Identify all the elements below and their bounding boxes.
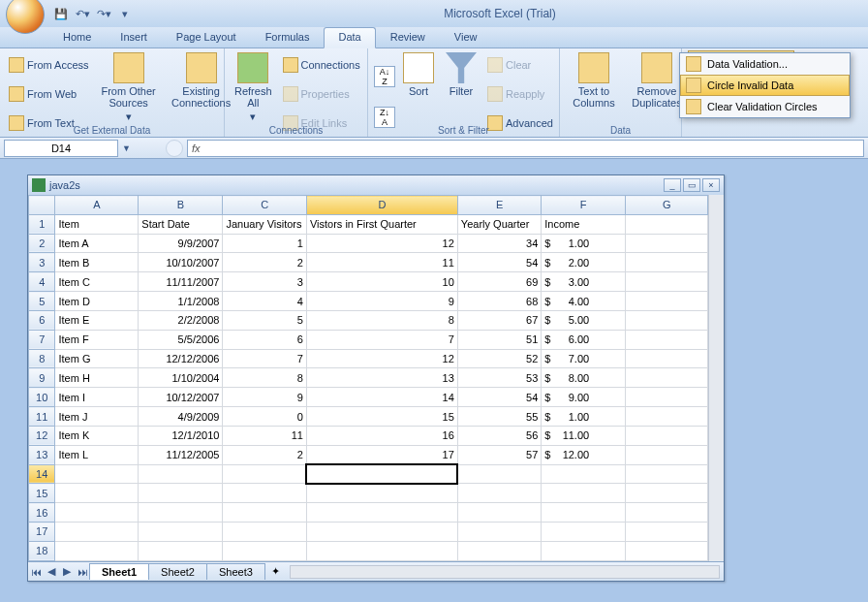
cell-D17[interactable] xyxy=(306,523,457,542)
cell-A15[interactable] xyxy=(55,484,139,503)
cell-B3[interactable]: 10/10/2007 xyxy=(139,253,223,272)
cell-C18[interactable] xyxy=(223,541,307,560)
row-header-11[interactable]: 11 xyxy=(29,407,55,427)
cell-F15[interactable] xyxy=(542,484,626,503)
row-header-1[interactable]: 1 xyxy=(29,214,55,234)
col-header-B[interactable]: B xyxy=(139,196,223,215)
col-header-E[interactable]: E xyxy=(457,196,541,215)
row-header-3[interactable]: 3 xyxy=(29,253,55,272)
sheet-tab-1[interactable]: Sheet1 xyxy=(89,563,149,580)
cell-A5[interactable]: Item D xyxy=(55,292,139,311)
sort-button[interactable]: Sort xyxy=(399,50,438,137)
cell-C6[interactable]: 5 xyxy=(223,310,307,330)
cell-E15[interactable] xyxy=(457,484,541,503)
row-header-10[interactable]: 10 xyxy=(29,388,55,407)
cell-B16[interactable] xyxy=(139,503,223,523)
tab-home[interactable]: Home xyxy=(48,27,106,48)
cell-G5[interactable] xyxy=(626,292,708,311)
cell-B11[interactable]: 4/9/2009 xyxy=(139,407,223,427)
cell-C3[interactable]: 2 xyxy=(223,253,307,272)
from-access-button[interactable]: From Access xyxy=(6,56,92,74)
cell-G12[interactable] xyxy=(626,426,708,445)
sheet-nav-next[interactable]: ▶ xyxy=(59,565,75,578)
cell-B17[interactable] xyxy=(139,523,223,542)
cell-F2[interactable]: $ 1.00 xyxy=(542,234,626,253)
select-all-cell[interactable] xyxy=(29,196,55,215)
cell-G11[interactable] xyxy=(626,407,708,427)
spreadsheet-grid[interactable]: ABCDEFG1ItemStart DateJanuary VisitorsVi… xyxy=(28,195,708,561)
cell-C12[interactable]: 11 xyxy=(223,426,307,445)
cell-B15[interactable] xyxy=(139,484,223,503)
cell-C7[interactable]: 6 xyxy=(223,330,307,349)
cell-C2[interactable]: 1 xyxy=(223,234,307,253)
save-icon[interactable]: 💾 xyxy=(52,5,70,22)
row-header-18[interactable]: 18 xyxy=(29,541,55,560)
cell-F10[interactable]: $ 9.00 xyxy=(542,388,626,407)
cell-A1[interactable]: Item xyxy=(55,214,139,234)
cell-F6[interactable]: $ 5.00 xyxy=(542,310,626,330)
name-box-dropdown-icon[interactable]: ▼ xyxy=(122,143,131,153)
cell-F9[interactable]: $ 8.00 xyxy=(542,368,626,388)
tab-review[interactable]: Review xyxy=(376,27,440,48)
cell-D9[interactable]: 13 xyxy=(306,368,457,388)
cell-D4[interactable]: 10 xyxy=(306,272,457,292)
cell-D7[interactable]: 7 xyxy=(306,330,457,349)
minimize-button[interactable]: _ xyxy=(664,178,681,192)
clear-button[interactable]: Clear xyxy=(484,56,556,74)
row-header-4[interactable]: 4 xyxy=(29,272,55,292)
row-header-15[interactable]: 15 xyxy=(29,484,55,503)
cell-C10[interactable]: 9 xyxy=(223,388,307,407)
row-header-14[interactable]: 14 xyxy=(29,464,55,484)
cell-B9[interactable]: 1/10/2004 xyxy=(139,368,223,388)
cell-F1[interactable]: Income xyxy=(542,214,626,234)
cell-E10[interactable]: 54 xyxy=(457,388,541,407)
cell-E13[interactable]: 57 xyxy=(457,445,541,464)
cell-B14[interactable] xyxy=(139,464,223,484)
cell-C4[interactable]: 3 xyxy=(223,272,307,292)
cell-F7[interactable]: $ 6.00 xyxy=(542,330,626,349)
row-header-13[interactable]: 13 xyxy=(29,445,55,464)
vertical-scrollbar[interactable] xyxy=(708,195,724,561)
tab-data[interactable]: Data xyxy=(324,27,375,48)
cell-G9[interactable] xyxy=(626,368,708,388)
menu-circle-invalid-data[interactable]: Circle Invalid Data xyxy=(680,75,850,96)
filter-button[interactable]: Filter xyxy=(442,50,480,137)
sheet-tab-2[interactable]: Sheet2 xyxy=(148,563,207,580)
cell-C13[interactable]: 2 xyxy=(223,445,307,464)
cell-E14[interactable] xyxy=(457,464,541,484)
cell-A9[interactable]: Item H xyxy=(55,368,139,388)
cell-G1[interactable] xyxy=(626,214,708,234)
row-header-7[interactable]: 7 xyxy=(29,330,55,349)
cell-C5[interactable]: 4 xyxy=(223,292,307,311)
text-to-columns-button[interactable]: Text to Columns xyxy=(566,50,622,137)
row-header-12[interactable]: 12 xyxy=(29,426,55,445)
cell-G10[interactable] xyxy=(626,388,708,407)
sort-az-button[interactable]: A↓Z xyxy=(374,66,395,87)
insert-sheet-icon[interactable]: ✦ xyxy=(265,565,286,578)
cell-F4[interactable]: $ 3.00 xyxy=(542,272,626,292)
col-header-D[interactable]: D xyxy=(306,196,457,215)
reapply-button[interactable]: Reapply xyxy=(484,85,556,103)
cell-A17[interactable] xyxy=(55,523,139,542)
cell-G2[interactable] xyxy=(626,234,708,253)
row-header-6[interactable]: 6 xyxy=(29,310,55,330)
cell-D6[interactable]: 8 xyxy=(306,310,457,330)
cell-E11[interactable]: 55 xyxy=(457,407,541,427)
cell-F16[interactable] xyxy=(542,503,626,523)
cell-A10[interactable]: Item I xyxy=(55,388,139,407)
cell-D3[interactable]: 11 xyxy=(306,253,457,272)
tab-page-layout[interactable]: Page Layout xyxy=(162,27,251,48)
cell-B18[interactable] xyxy=(139,541,223,560)
refresh-all-button[interactable]: Refresh All▾ xyxy=(231,50,276,137)
cell-C1[interactable]: January Visitors xyxy=(223,214,307,234)
close-button[interactable]: × xyxy=(702,178,720,192)
cell-C8[interactable]: 7 xyxy=(223,349,307,368)
cell-F3[interactable]: $ 2.00 xyxy=(542,253,626,272)
tab-formulas[interactable]: Formulas xyxy=(251,27,325,48)
cell-A18[interactable] xyxy=(55,541,139,560)
cell-E2[interactable]: 34 xyxy=(457,234,541,253)
col-header-F[interactable]: F xyxy=(542,196,626,215)
cell-G15[interactable] xyxy=(626,484,708,503)
cell-G13[interactable] xyxy=(626,445,708,464)
cell-D12[interactable]: 16 xyxy=(306,426,457,445)
